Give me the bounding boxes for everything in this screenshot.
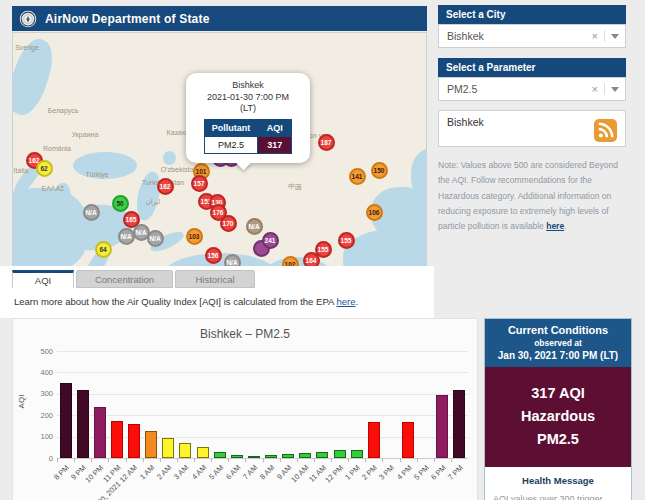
chart-x-tick-label: 12 PM [323, 463, 345, 485]
chart-bar[interactable] [316, 452, 328, 458]
chart-x-tick-label: 7 AM [241, 463, 259, 481]
aqi-marker[interactable]: 50 [112, 195, 129, 212]
popup-aqi-value: 317 [258, 137, 292, 154]
chart-x-tick [382, 458, 383, 462]
chart-x-tick-label: 4 PM [395, 463, 414, 482]
aqi-marker[interactable]: 141 [349, 168, 366, 185]
city-select-value: Bishkek [447, 30, 484, 42]
map-popup: Bishkek 2021-01-30 7:00 PM (LT) Pollutan… [186, 73, 310, 163]
chart-bar[interactable] [453, 390, 465, 458]
learn-more-text: Learn more about how the Air Quality Ind… [14, 296, 358, 307]
popup-col-pollutant: Pollutant [204, 120, 258, 137]
chart-bar[interactable] [334, 450, 346, 458]
aqi-marker[interactable]: 162 [157, 178, 174, 195]
aqi-marker[interactable]: 187 [318, 134, 335, 151]
city-select[interactable]: Bishkek × [438, 24, 626, 48]
map-country-label: ایران [146, 198, 161, 206]
learn-more-link[interactable]: here [336, 296, 355, 307]
aqi-marker[interactable]: N/A [147, 230, 164, 247]
parameter-clear-icon[interactable]: × [592, 84, 598, 95]
aqi-marker[interactable]: 106 [366, 204, 383, 221]
aqi-marker[interactable]: 103 [186, 228, 203, 245]
parameter-select-value: PM2.5 [447, 83, 477, 95]
aqi-marker[interactable]: N/A [246, 218, 263, 235]
tab-historical[interactable]: Historical [175, 270, 255, 288]
city-clear-icon[interactable]: × [592, 31, 598, 42]
chart-x-tick [108, 458, 109, 462]
beyond-aqi-note: Note: Values above 500 are considered Be… [438, 158, 632, 234]
chart-x-tick-label: 5 AM [207, 463, 225, 481]
learn-more-post: . [355, 296, 358, 307]
chart-bar[interactable] [436, 395, 448, 458]
map-country-label: O'zbekiston [161, 166, 197, 173]
chart-y-tick-label: 400 [23, 368, 53, 377]
learn-more-pre: Learn more about how the Air Quality Ind… [14, 296, 336, 307]
chart-x-tick [143, 458, 144, 462]
chart-bar[interactable] [402, 422, 414, 458]
popup-city: Bishkek [191, 80, 305, 92]
chart-bar[interactable] [248, 456, 260, 458]
popup-datetime: 2021-01-30 7:00 PM [191, 92, 305, 104]
note-period: . [564, 221, 566, 231]
aqi-pollutant: PM2.5 [489, 428, 627, 451]
chart-bar[interactable] [60, 383, 72, 458]
chart-x-tick-label: 8 AM [258, 463, 276, 481]
chart-x-tick [365, 458, 366, 462]
chart-bar[interactable] [94, 407, 106, 458]
chart-bar[interactable] [282, 454, 294, 458]
divider [604, 83, 605, 95]
chart-bar[interactable] [162, 438, 174, 458]
chart-x-tick [314, 458, 315, 462]
health-message-block: Health Message AQI values over 300 trigg… [485, 467, 631, 500]
aqi-marker[interactable]: 150 [371, 162, 388, 179]
chart-bar[interactable] [77, 390, 89, 459]
aqi-marker[interactable]: 62 [36, 160, 53, 177]
feed-city-label: Bishkek [447, 116, 484, 128]
rss-feed-button[interactable] [594, 119, 617, 142]
water-body [163, 151, 176, 165]
aqi-category: Hazardous [489, 405, 627, 428]
chart-bar[interactable] [231, 455, 243, 458]
chart-bar[interactable] [197, 447, 209, 458]
chart-x-tick [348, 458, 349, 462]
aqi-marker[interactable]: 170 [220, 215, 237, 232]
aqi-marker[interactable]: N/A [83, 204, 100, 221]
note-here-link[interactable]: here [546, 221, 564, 231]
chart-bar[interactable] [214, 452, 226, 458]
tab-aqi[interactable]: AQI [12, 270, 74, 288]
chart-x-tick-label: 1 PM [343, 463, 362, 482]
chart-bar[interactable] [128, 424, 140, 458]
popup-pollutant-value: PM2.5 [204, 137, 258, 154]
aqi-marker[interactable]: N/A [118, 228, 135, 245]
chart-x-tick [57, 458, 58, 462]
aqi-marker[interactable]: 157 [191, 175, 208, 192]
chart-x-tick [400, 458, 401, 462]
parameter-select[interactable]: PM2.5 × [438, 77, 626, 101]
chart-x-tick [74, 458, 75, 462]
popup-tail [236, 155, 252, 171]
chart-bar[interactable] [265, 455, 277, 458]
health-message-title: Health Message [493, 475, 623, 486]
chart-x-tick-label: 2 AM [155, 463, 173, 481]
chart-bar[interactable] [179, 443, 191, 458]
chart-bar[interactable] [299, 453, 311, 458]
aqi-marker[interactable]: 64 [95, 241, 112, 258]
health-message-text: AQI values over 300 trigger health warni… [493, 491, 623, 500]
aqi-map[interactable]: SverigeБеларусьУкраинаRomâniaItaliaΕΛΛΑΣ… [12, 32, 427, 268]
chart-bar[interactable] [368, 422, 380, 458]
aqi-marker[interactable]: 156 [205, 247, 222, 264]
parameter-chevron-down-icon[interactable] [611, 87, 619, 92]
tab-concentration[interactable]: Concentration [76, 270, 173, 288]
tabs: AQIConcentrationHistorical [12, 270, 255, 288]
aqi-marker[interactable]: 155 [338, 232, 355, 249]
chart-bar[interactable] [111, 421, 123, 458]
aqi-marker[interactable]: 241 [262, 232, 279, 249]
current-conditions-header: Current Conditions observed at Jan 30, 2… [485, 319, 631, 367]
chart-bar[interactable] [145, 431, 157, 458]
chart-y-tick-label: 200 [23, 411, 53, 420]
map-country-label: Italia [14, 167, 29, 174]
chart-bar[interactable] [351, 450, 363, 458]
chart-x-tick [160, 458, 161, 462]
map-country-label: 中国 [288, 182, 302, 192]
city-chevron-down-icon[interactable] [611, 34, 619, 39]
